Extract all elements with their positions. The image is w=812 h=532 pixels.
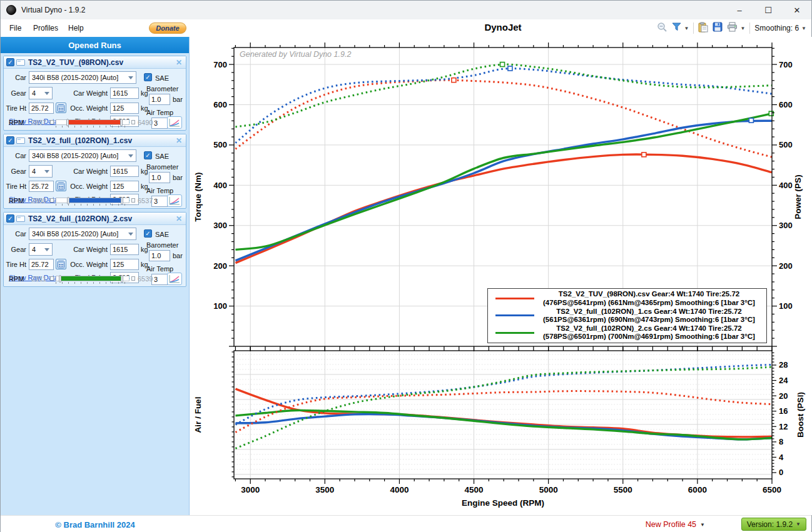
series-ts2-v2-full-102ron-2-torque-nm	[235, 64, 772, 127]
run-file-icon	[16, 138, 25, 144]
svg-text:600: 600	[213, 100, 227, 109]
smoothing-caret-icon[interactable]: ▼	[801, 26, 806, 31]
rpm-max-value: 6537	[138, 197, 159, 204]
run-header: ✓ TS2_V2_full_(102RON)_1.csv ✕	[4, 134, 186, 147]
chart-options-icon[interactable]	[672, 22, 682, 34]
menu-help[interactable]: Help	[64, 19, 88, 37]
run-enabled-checkbox[interactable]: ✓	[6, 214, 14, 223]
slider-track[interactable]	[56, 119, 129, 125]
chart-options-caret-icon[interactable]: ▼	[684, 26, 689, 31]
legend-entry: TS2_V2_TUV_(98RON).csv Gear:4 Wt:1740 Ti…	[490, 290, 764, 307]
series-ts2-v2-full-102ron-1-torque-nm	[235, 69, 772, 143]
slider-right-handle[interactable]	[131, 120, 135, 124]
gear-select[interactable]: 4	[29, 87, 53, 99]
run-close-icon[interactable]: ✕	[176, 214, 182, 223]
car-select[interactable]: 340i B58 (2015-2020) [Auto]	[29, 71, 136, 84]
svg-text:500: 500	[779, 140, 793, 149]
slider-ticks	[56, 282, 129, 284]
run-graph-button[interactable]	[167, 273, 182, 285]
gear-select[interactable]: 4	[29, 165, 53, 178]
slider-fill	[68, 120, 121, 124]
slider-left-handle[interactable]	[50, 120, 54, 124]
sae-checkbox[interactable]: ✓	[144, 229, 152, 238]
menu-file[interactable]: File	[6, 19, 25, 37]
svg-text:3500: 3500	[315, 485, 334, 494]
smoothing-dropdown[interactable]: Smoothing: 6	[754, 24, 799, 33]
tire-ht-label: Tire Ht	[4, 183, 26, 190]
close-button[interactable]: ✕	[783, 1, 811, 19]
chart-legend: TS2_V2_TUV_(98RON).csv Gear:4 Wt:1740 Ti…	[487, 288, 767, 343]
run-close-icon[interactable]: ✕	[176, 58, 182, 67]
barometer-unit: bar	[173, 252, 183, 259]
peak-marker	[500, 63, 505, 67]
car-select[interactable]: 340i B58 (2015-2020) [Auto]	[29, 228, 136, 240]
tire-ht-input[interactable]	[29, 103, 54, 114]
barometer-unit: bar	[173, 174, 183, 181]
svg-text:28: 28	[779, 360, 788, 369]
barometer-input[interactable]	[149, 172, 170, 183]
chevron-down-icon	[128, 76, 133, 79]
rpm-range-slider[interactable]	[50, 274, 135, 284]
air-temp-label: Air Temp	[146, 187, 173, 194]
sidebar: Opened Runs ✓ TS2_V2_TUV_(98RON).csv ✕ C…	[1, 37, 190, 515]
slider-track[interactable]	[56, 198, 129, 203]
copy-image-icon[interactable]	[698, 22, 708, 35]
slider-right-handle[interactable]	[131, 276, 135, 281]
toolbar-separator	[749, 23, 750, 34]
run-close-icon[interactable]: ✕	[176, 136, 182, 145]
rpm-range-row: RPM 2311 6539	[6, 274, 183, 284]
run-header: ✓ TS2_V2_full_(102RON)_2.csv ✕	[4, 213, 186, 225]
menu-bar: File Profiles Help Donate DynoJet ▼ ▼ Sm…	[1, 19, 811, 37]
toolbar: ▼ ▼ Smoothing: 6 ▼	[657, 19, 806, 37]
car-label: Car	[6, 74, 26, 81]
occ-weight-input[interactable]	[110, 103, 139, 114]
print-caret-icon[interactable]: ▼	[740, 26, 745, 31]
svg-text:200: 200	[213, 261, 227, 271]
rpm-range-slider[interactable]	[50, 118, 135, 128]
rpm-range-slider[interactable]	[50, 196, 135, 206]
car-weight-input[interactable]	[110, 244, 139, 255]
barometer-input[interactable]	[149, 250, 170, 261]
run-graph-button[interactable]	[167, 194, 182, 207]
slider-left-handle[interactable]	[50, 198, 54, 203]
dyno-chart: 1001002002003003004004005005006006007007…	[190, 37, 812, 515]
slider-left-handle[interactable]	[50, 276, 54, 281]
print-icon[interactable]	[727, 22, 738, 34]
run-graph-button[interactable]	[167, 116, 182, 129]
svg-text:400: 400	[213, 181, 227, 190]
mini-graph-icon	[169, 196, 180, 205]
car-weight-input[interactable]	[110, 166, 139, 177]
version-button[interactable]: Version: 1.9.2 ▼	[741, 518, 806, 531]
svg-text:200: 200	[779, 261, 793, 271]
save-icon[interactable]	[713, 22, 723, 34]
rpm-min-value: 2311	[26, 275, 46, 283]
minimize-button[interactable]: –	[725, 1, 754, 19]
run-title: TS2_V2_full_(102RON)_1.csv	[28, 136, 132, 145]
copyright-text: © Brad Barnhill 2024	[1, 516, 190, 532]
donate-button[interactable]: Donate	[149, 23, 186, 34]
slider-track[interactable]	[56, 276, 129, 281]
sae-checkbox[interactable]: ✓	[144, 73, 152, 81]
run-enabled-checkbox[interactable]: ✓	[6, 136, 14, 144]
run-enabled-checkbox[interactable]: ✓	[6, 58, 14, 66]
barometer-input[interactable]	[149, 94, 170, 105]
occ-weight-input[interactable]	[110, 181, 139, 192]
sae-checkbox[interactable]: ✓	[144, 151, 152, 159]
tire-ht-input[interactable]	[29, 259, 54, 270]
slider-right-handle[interactable]	[131, 198, 135, 203]
chevron-down-icon	[128, 233, 133, 236]
air-temp-label: Air Temp	[146, 109, 173, 116]
maximize-button[interactable]: ☐	[754, 1, 783, 19]
menu-profiles[interactable]: Profiles	[29, 19, 62, 37]
occ-weight-input[interactable]	[110, 259, 139, 270]
tire-ht-input[interactable]	[29, 181, 54, 192]
svg-text:100: 100	[779, 301, 793, 311]
car-select[interactable]: 340i B58 (2015-2020) [Auto]	[29, 149, 136, 162]
slider-ticks	[56, 126, 129, 128]
legend-line-sample	[495, 298, 534, 299]
gear-select[interactable]: 4	[29, 243, 53, 256]
car-weight-input[interactable]	[110, 88, 139, 99]
svg-text:600: 600	[779, 100, 793, 109]
zoom-out-icon[interactable]	[657, 22, 667, 35]
profile-dropdown[interactable]: New Profile 45 ▼	[646, 516, 705, 532]
